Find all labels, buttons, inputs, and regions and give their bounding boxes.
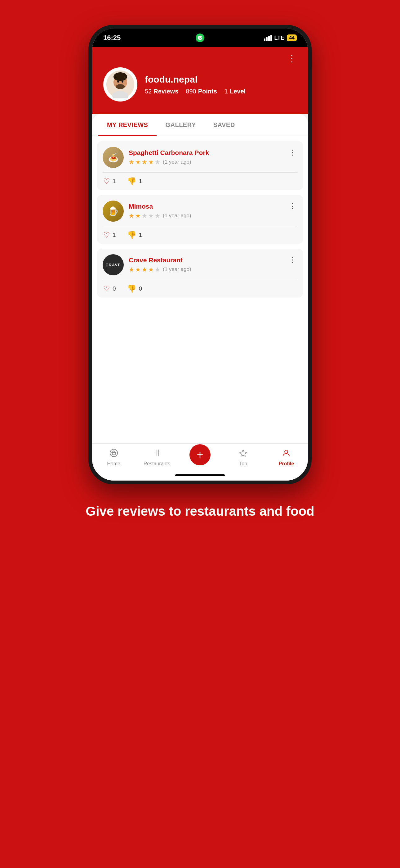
- thumb-down-icon-2: 👎: [127, 231, 136, 239]
- dislike-count-3: 0: [139, 285, 142, 292]
- review-time-3: (1 year ago): [163, 266, 191, 273]
- dislike-count-1: 1: [139, 178, 142, 185]
- battery-level: 44: [287, 34, 297, 41]
- tab-saved[interactable]: SAVED: [205, 114, 244, 136]
- like-btn-1[interactable]: ♡ 1: [103, 177, 116, 186]
- review-thumb-1: 🍝: [103, 147, 124, 168]
- nav-item-profile[interactable]: Profile: [265, 448, 308, 467]
- review-menu-2[interactable]: ⋮: [286, 200, 299, 212]
- stars-2: ★ ★ ★ ★ ★: [129, 212, 160, 219]
- more-options-button[interactable]: ⋮: [288, 53, 297, 64]
- avatar: [103, 67, 137, 101]
- reviews-stat: 52 Reviews: [145, 88, 178, 95]
- like-count-1: 1: [112, 178, 116, 185]
- home-indicator: [175, 474, 225, 476]
- heart-icon-2: ♡: [103, 231, 110, 239]
- profile-details: foodu.nepal 52 Reviews 890 Points 1 Leve: [145, 74, 297, 95]
- heart-icon-3: ♡: [103, 284, 110, 293]
- content-area: MY REVIEWS GALLERY SAVED 🍝: [92, 114, 308, 480]
- nav-label-profile: Profile: [279, 461, 294, 467]
- points-stat: 890 Points: [186, 88, 217, 95]
- reviews-count: 52: [145, 88, 152, 95]
- reviews-list: 🍝 Spaghetti Carbonara Pork ★ ★ ★ ★ ★: [92, 136, 308, 443]
- restaurants-icon: [153, 448, 161, 460]
- heart-icon-1: ♡: [103, 177, 110, 186]
- level-count: 1: [225, 88, 228, 95]
- points-count: 890: [186, 88, 196, 95]
- tabs-bar: MY REVIEWS GALLERY SAVED: [92, 114, 308, 136]
- nav-item-add[interactable]: +: [178, 444, 222, 471]
- svg-rect-8: [112, 452, 115, 455]
- svg-point-2: [113, 72, 127, 81]
- tab-my-reviews[interactable]: MY REVIEWS: [98, 114, 157, 136]
- thumb-down-icon-1: 👎: [127, 177, 136, 186]
- like-btn-3[interactable]: ♡ 0: [103, 284, 116, 293]
- tab-gallery[interactable]: GALLERY: [157, 114, 204, 136]
- crave-logo-text: CRAVE: [105, 262, 121, 267]
- review-menu-1[interactable]: ⋮: [286, 147, 299, 158]
- home-icon: [109, 448, 118, 460]
- thumb-down-icon-3: 👎: [127, 284, 136, 293]
- review-meta-1: Spaghetti Carbonara Pork ★ ★ ★ ★ ★ (1 ye…: [129, 149, 297, 166]
- nav-item-restaurants[interactable]: Restaurants: [135, 448, 178, 467]
- signal-bars: [264, 35, 272, 41]
- status-right: LTE 44: [264, 34, 297, 41]
- review-time-2: (1 year ago): [163, 213, 191, 219]
- dislike-btn-3[interactable]: 👎 0: [127, 284, 142, 293]
- nav-label-restaurants: Restaurants: [143, 461, 170, 467]
- like-btn-2[interactable]: ♡ 1: [103, 231, 116, 239]
- status-bar: 16:25 LTE 44: [92, 29, 308, 47]
- svg-point-15: [285, 450, 288, 453]
- reviews-label: Reviews: [154, 88, 178, 95]
- stars-1: ★ ★ ★ ★ ★: [129, 158, 160, 166]
- add-button[interactable]: +: [190, 444, 210, 465]
- review-card-3: CRAVE Crave Restaurant ★ ★ ★ ★: [97, 249, 303, 298]
- nav-label-top: Top: [239, 461, 247, 467]
- review-time-1: (1 year ago): [163, 159, 191, 165]
- points-label: Points: [198, 88, 217, 95]
- review-name-1: Spaghetti Carbonara Pork: [129, 149, 297, 156]
- level-label: Level: [230, 88, 245, 95]
- review-thumb-2: 🍺: [103, 200, 124, 222]
- level-stat: 1 Level: [225, 88, 245, 95]
- dislike-count-2: 1: [139, 231, 142, 239]
- top-icon: [239, 448, 247, 460]
- dislike-btn-2[interactable]: 👎 1: [127, 231, 142, 239]
- profile-header: ⋮: [92, 47, 308, 114]
- lte-label: LTE: [274, 35, 285, 41]
- nav-item-top[interactable]: Top: [222, 448, 265, 467]
- plus-icon: +: [197, 448, 203, 461]
- review-menu-3[interactable]: ⋮: [286, 254, 299, 266]
- review-card-2: 🍺 Mimosa ★ ★ ★ ★ ★: [97, 195, 303, 244]
- status-time: 16:25: [103, 34, 121, 42]
- nav-label-home: Home: [107, 461, 120, 467]
- like-count-3: 0: [112, 285, 116, 292]
- nav-item-home[interactable]: Home: [92, 448, 135, 467]
- bottom-nav: Home Restaurants: [92, 443, 308, 474]
- caption-text: Give reviews to restaurants and food: [61, 503, 339, 520]
- svg-point-4: [116, 84, 125, 89]
- dislike-btn-1[interactable]: 👎 1: [127, 177, 142, 186]
- review-thumb-3: CRAVE: [103, 254, 124, 275]
- stars-3: ★ ★ ★ ★ ★: [129, 266, 160, 273]
- like-count-2: 1: [112, 231, 116, 239]
- phone-shell: 16:25 LTE 44: [88, 25, 312, 484]
- svg-point-5: [117, 81, 119, 83]
- review-name-3: Crave Restaurant: [129, 256, 297, 264]
- username: foodu.nepal: [145, 74, 297, 85]
- review-meta-3: Crave Restaurant ★ ★ ★ ★ ★ (1 year ago): [129, 256, 297, 273]
- review-meta-2: Mimosa ★ ★ ★ ★ ★ (1 year ago): [129, 203, 297, 219]
- profile-icon: [282, 448, 291, 460]
- review-name-2: Mimosa: [129, 203, 297, 210]
- review-card-1: 🍝 Spaghetti Carbonara Pork ★ ★ ★ ★ ★: [97, 141, 303, 190]
- dynamic-island: [172, 32, 228, 44]
- svg-point-6: [122, 81, 124, 83]
